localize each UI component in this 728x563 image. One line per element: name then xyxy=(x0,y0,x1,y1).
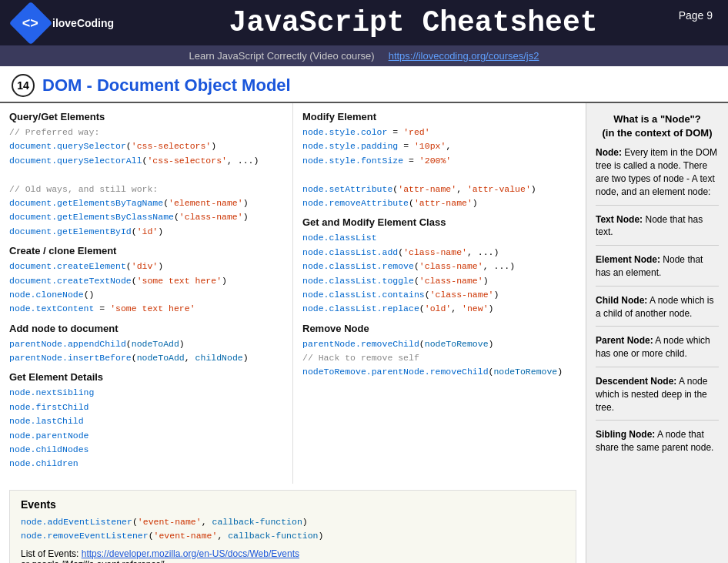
events-list-link[interactable]: https://developer.mozilla.org/en-US/docs… xyxy=(82,548,299,559)
sidebar-node-block: Node: Every item in the DOM tree is call… xyxy=(596,146,719,205)
code-line: node.firstChild xyxy=(9,400,283,414)
code-line: node.removeEventListener('event-name', c… xyxy=(21,529,565,543)
sidebar-childnode-bold: Child Node: xyxy=(596,295,647,306)
subheader: Learn JavaScript Correctly (Video course… xyxy=(0,45,728,66)
query-heading: Query/Get Elements xyxy=(9,111,283,122)
content-area: Query/Get Elements // Preferred way: doc… xyxy=(0,103,586,563)
events-box: Events node.addEventListener('event-name… xyxy=(9,490,576,563)
two-col: Query/Get Elements // Preferred way: doc… xyxy=(0,103,586,484)
code-line: node.style.fontSize = '200%' xyxy=(302,154,576,168)
code-line: parentNode.removeChild(nodeToRemove) xyxy=(302,337,576,351)
details-code: node.nextSibling node.firstChild node.la… xyxy=(9,386,283,471)
code-line: node.textContent = 'some text here' xyxy=(9,302,283,316)
sidebar-node-bold: Node: xyxy=(596,147,622,158)
events-google-text: or google xyxy=(21,559,62,563)
events-list-label: List of Events: xyxy=(21,548,78,559)
sidebar-siblingnode-bold: Sibling Node: xyxy=(596,429,655,440)
code-line: nodeToRemove.parentNode.removeChild(node… xyxy=(302,365,576,379)
code-line: document.querySelectorAll('css-selectors… xyxy=(9,154,283,168)
code-line: node.classList.replace('old', 'new') xyxy=(302,302,576,316)
code-line: node.parentNode xyxy=(9,429,283,443)
code-line: parentNode.insertBefore(nodeToAdd, child… xyxy=(9,351,283,365)
page-header: <> iloveCoding JavaScript Cheatsheet Pag… xyxy=(0,0,728,45)
events-heading: Events xyxy=(21,498,565,511)
page-title: JavaScript Cheatsheet xyxy=(114,6,713,39)
code-line: node.classList.contains('class-name') xyxy=(302,288,576,302)
code-line: document.querySelector('css-selectors') xyxy=(9,139,283,153)
code-line: node.classList.add('class-name', ...) xyxy=(302,246,576,260)
code-line: document.getElementById('id') xyxy=(9,225,283,239)
code-line: document.createTextNode('some text here'… xyxy=(9,274,283,288)
page-number: Page 9 xyxy=(679,9,713,22)
sidebar-title: What is a "Node"?(in the context of DOM) xyxy=(596,112,719,140)
sidebar-parentnode-bold: Parent Node: xyxy=(596,335,653,346)
sidebar-descendentnode-bold: Descendent Node: xyxy=(596,376,676,387)
code-line: node.style.color = 'red' xyxy=(302,126,576,139)
add-code: parentNode.appendChild(nodeToAdd) parent… xyxy=(9,337,283,366)
sidebar-childnode-block: Child Node: A node which is a child of a… xyxy=(596,294,719,327)
events-google-italic: "Mozilla event reference" xyxy=(62,559,164,563)
subheader-text: Learn JavaScript Correctly (Video course… xyxy=(189,50,375,62)
code-line: node.cloneNode() xyxy=(9,288,283,302)
code-line: node.setAttribute('attr-name', 'attr-val… xyxy=(302,183,576,196)
sidebar-textnode-block: Text Node: Node that has text. xyxy=(596,213,719,246)
code-line: node.classList.toggle('class-name') xyxy=(302,274,576,288)
logo-icon: <> xyxy=(22,15,38,31)
create-heading: Create / clone Element xyxy=(9,245,283,256)
code-line: // Preferred way: xyxy=(9,126,283,139)
sidebar: What is a "Node"?(in the context of DOM)… xyxy=(586,103,728,563)
code-line: node.classList.remove('class-name', ...) xyxy=(302,260,576,273)
code-line: // Hack to remove self xyxy=(302,351,576,365)
classmod-heading: Get and Modify Element Class xyxy=(302,216,576,228)
section-title: DOM - Document Object Model xyxy=(42,75,291,96)
sidebar-textnode-bold: Text Node: xyxy=(596,214,643,225)
subheader-link[interactable]: https://ilovecoding.org/courses/js2 xyxy=(389,50,539,62)
code-line: document.createElement('div') xyxy=(9,260,283,273)
sidebar-siblingnode-block: Sibling Node: A node that share the same… xyxy=(596,428,719,461)
section-number: 14 xyxy=(12,74,35,97)
add-heading: Add node to document xyxy=(9,323,283,334)
remove-code: parentNode.removeChild(nodeToRemove) // … xyxy=(302,337,576,380)
modify-code: node.style.color = 'red' node.style.padd… xyxy=(302,126,576,210)
logo-area: <> iloveCoding xyxy=(15,8,114,39)
code-line: node.removeAttribute('attr-name') xyxy=(302,196,576,210)
events-code: node.addEventListener('event-name', call… xyxy=(21,515,565,544)
sidebar-elementnode-block: Element Node: Node that has an element. xyxy=(596,253,719,287)
code-line: node.childNodes xyxy=(9,443,283,457)
sidebar-parentnode-block: Parent Node: A node which has one or mor… xyxy=(596,334,719,367)
modify-heading: Modify Element xyxy=(302,111,576,122)
sidebar-elementnode-bold: Element Node: xyxy=(596,254,660,265)
code-line: document.getElementsByTagName('element-n… xyxy=(9,196,283,210)
right-column: Modify Element node.style.color = 'red' … xyxy=(293,103,586,484)
code-line: node.addEventListener('event-name', call… xyxy=(21,515,565,529)
query-code: // Preferred way: document.querySelector… xyxy=(9,126,283,239)
code-line: node.lastChild xyxy=(9,414,283,428)
section-title-bar: 14 DOM - Document Object Model xyxy=(0,66,728,103)
sidebar-descendentnode-block: Descendent Node: A node which is nested … xyxy=(596,375,719,421)
code-line: document.getElementsByClassName('class-n… xyxy=(9,210,283,224)
details-heading: Get Element Details xyxy=(9,371,283,383)
events-google-line: or google "Mozilla event reference" xyxy=(21,559,565,563)
logo-diamond-icon: <> xyxy=(9,1,53,45)
code-line: node.style.padding = '10px', xyxy=(302,139,576,153)
code-line: node.children xyxy=(9,457,283,471)
code-line: parentNode.appendChild(nodeToAdd) xyxy=(9,337,283,351)
classmod-code: node.classList node.classList.add('class… xyxy=(302,231,576,316)
main-layout: Query/Get Elements // Preferred way: doc… xyxy=(0,103,728,563)
create-code: document.createElement('div') document.c… xyxy=(9,260,283,317)
code-line: node.classList xyxy=(302,231,576,245)
events-list-line: List of Events: https://developer.mozill… xyxy=(21,548,565,559)
remove-heading: Remove Node xyxy=(302,323,576,334)
logo-text: iloveCoding xyxy=(52,17,114,29)
code-line: node.nextSibling xyxy=(9,386,283,400)
left-column: Query/Get Elements // Preferred way: doc… xyxy=(0,103,293,484)
code-line: // Old ways, and still work: xyxy=(9,183,283,196)
